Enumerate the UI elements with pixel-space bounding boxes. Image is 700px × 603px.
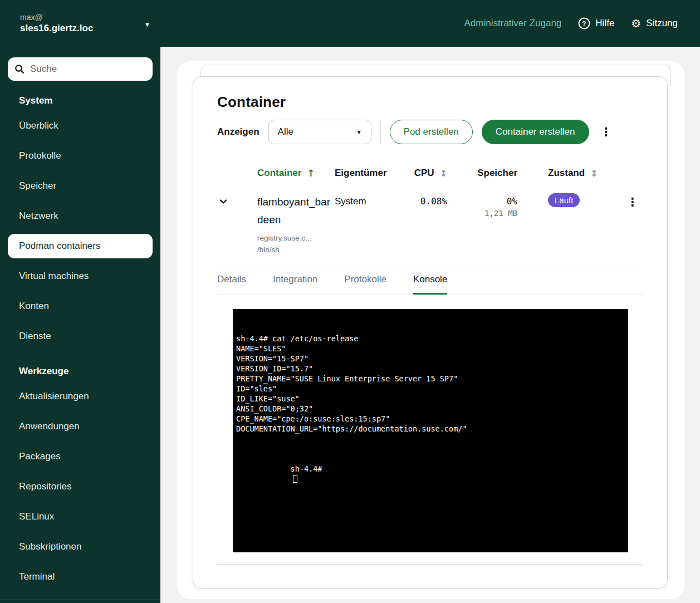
container-row: flamboyant_bardeen registry.suse.c... /b… — [217, 185, 643, 267]
status-badge: Läuft — [548, 193, 580, 207]
container-console[interactable]: sh-4.4# cat /etc/os-release NAME="SLES" … — [233, 309, 628, 552]
question-circle-icon: ? — [578, 17, 590, 30]
sidebar-item-packages[interactable]: Packages — [0, 442, 160, 472]
session-label: Sitzung — [646, 18, 678, 29]
container-cpu: 0.08% — [402, 193, 447, 256]
sidebar-item-podman-containers[interactable]: Podman containers — [8, 234, 153, 258]
sidebar-item-terminal[interactable]: Terminal — [0, 562, 160, 592]
sidebar-item-virtual-machines[interactable]: Virtual machines — [0, 261, 160, 291]
column-header-container[interactable]: Container ↑ — [257, 168, 335, 179]
host-switcher[interactable]: max@ sles16.giertz.loc ▼ — [0, 0, 160, 47]
column-header-cpu[interactable]: CPU ↕ — [402, 168, 447, 179]
containers-card: Container Anzeigen Alle ▼ Pod erstellen … — [193, 76, 668, 589]
console-output: sh-4.4# cat /etc/os-release NAME="SLES" … — [236, 334, 625, 434]
search-icon — [14, 64, 25, 74]
search-input[interactable]: Suche — [30, 63, 57, 75]
sidebar-item-anwendungen[interactable]: Anwendungen — [0, 411, 160, 442]
host-user: max@ — [20, 13, 93, 22]
sidebar-item-ueberblick[interactable]: Überblick — [0, 111, 160, 141]
console-cursor — [293, 475, 297, 483]
help-label: Hilfe — [595, 18, 614, 29]
detail-tabs: Details Integration Protokolle Konsole — [217, 269, 643, 295]
sidebar-item-dienste[interactable]: Dienste — [0, 321, 160, 351]
tab-konsole[interactable]: Konsole — [413, 274, 447, 295]
containers-toolbar: Anzeigen Alle ▼ Pod erstellen Container … — [217, 120, 643, 144]
create-pod-button[interactable]: Pod erstellen — [390, 120, 473, 144]
create-container-button[interactable]: Container erstellen — [482, 120, 589, 144]
gear-icon: ⚙ — [631, 18, 641, 29]
table-header-row: Container ↑ Eigentümer CPU ↕ Speicher — [217, 161, 643, 185]
svg-text:?: ? — [582, 20, 586, 28]
column-header-state[interactable]: Zustand ↕ — [517, 168, 624, 179]
sort-both-icon: ↕ — [440, 168, 447, 179]
sidebar-item-netzwerk[interactable]: Netzwerk — [0, 201, 160, 231]
tab-protokolle[interactable]: Protokolle — [344, 274, 386, 295]
sidebar-section-system: System — [0, 91, 160, 111]
sidebar-item-speicher[interactable]: Speicher — [0, 171, 160, 201]
tab-integration[interactable]: Integration — [273, 274, 317, 295]
page-panel: Container Anzeigen Alle ▼ Pod erstellen … — [177, 61, 684, 599]
container-memory: 0% 1,21 MB — [447, 193, 517, 256]
sidebar-item-subskriptionen[interactable]: Subskriptionen — [0, 532, 160, 562]
toolbar-divider — [380, 120, 381, 144]
column-header-owner[interactable]: Eigentümer — [335, 168, 402, 179]
sidebar: Suche System Überblick Protokolle Speich… — [0, 47, 160, 603]
sidebar-search[interactable]: Suche — [8, 57, 153, 81]
sidebar-section-werkzeuge: Werkzeuge — [0, 361, 160, 381]
container-memory-absolute: 1,21 MB — [447, 209, 517, 218]
container-command: /bin/sh — [257, 246, 280, 254]
row-kebab-icon[interactable]: ⋮ — [624, 195, 640, 209]
help-menu[interactable]: ? Hilfe — [578, 17, 614, 30]
toolbar-kebab-icon[interactable]: ⋮ — [598, 125, 614, 139]
sidebar-item-aktualisierungen[interactable]: Aktualisierungen — [0, 381, 160, 411]
sidebar-item-konten[interactable]: Konten — [0, 291, 160, 321]
page-title: Container — [217, 94, 643, 111]
sidebar-item-protokolle[interactable]: Protokolle — [0, 141, 160, 171]
state-filter-value: Alle — [278, 126, 293, 138]
console-prompt: sh-4.4# — [291, 464, 322, 473]
host-name: sles16.giertz.loc — [20, 23, 93, 34]
chevron-down-icon: ▼ — [144, 21, 150, 28]
chevron-down-icon: ▼ — [356, 129, 362, 135]
admin-access-link[interactable]: Administrativer Zugang — [464, 18, 562, 29]
containers-table: Container ↑ Eigentümer CPU ↕ Speicher — [217, 161, 643, 267]
tab-details[interactable]: Details — [217, 274, 246, 295]
column-header-memory[interactable]: Speicher — [447, 168, 517, 179]
app-header: max@ sles16.giertz.loc ▼ Administrativer… — [0, 0, 700, 47]
sort-both-icon: ↕ — [590, 168, 598, 179]
main-content: Container Anzeigen Alle ▼ Pod erstellen … — [160, 47, 700, 603]
sidebar-item-repositories[interactable]: Repositories — [0, 472, 160, 502]
session-menu[interactable]: ⚙ Sitzung — [631, 18, 678, 29]
show-filter-label: Anzeigen — [217, 126, 260, 138]
container-owner: System — [335, 193, 402, 256]
card-bottom-divider — [217, 564, 643, 565]
state-filter-select[interactable]: Alle ▼ — [268, 120, 371, 144]
container-name-link[interactable]: flamboyant_bardeen — [257, 193, 335, 229]
container-image: registry.suse.c... — [257, 234, 311, 242]
sort-ascending-icon: ↑ — [307, 168, 315, 179]
sidebar-item-selinux[interactable]: SELinux — [0, 502, 160, 532]
row-expand-chevron-icon[interactable] — [219, 198, 227, 208]
